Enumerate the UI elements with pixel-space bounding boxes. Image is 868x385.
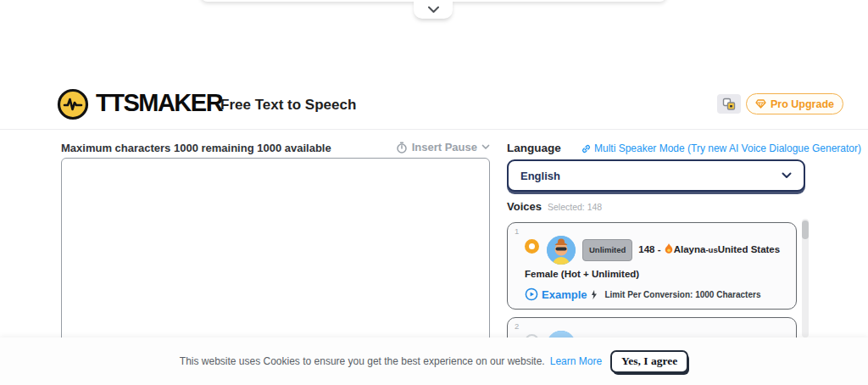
timer-icon xyxy=(396,142,408,153)
cookie-message: This website uses Cookies to ensure you … xyxy=(180,355,545,367)
voices-selected-count: Selected: 148 xyxy=(548,202,602,212)
play-circle-icon xyxy=(525,287,538,301)
panel-toggle-button[interactable] xyxy=(414,0,453,19)
example-label: Example xyxy=(542,288,587,301)
link-icon xyxy=(581,144,591,153)
voices-scrollbar-thumb[interactable] xyxy=(802,220,809,239)
translate-icon xyxy=(722,98,736,110)
chevron-down-icon xyxy=(427,6,440,14)
flame-icon xyxy=(665,245,673,255)
limit-icon xyxy=(591,290,598,299)
insert-pause-dropdown[interactable]: Insert Pause xyxy=(396,141,490,153)
voice-avatar xyxy=(547,236,576,265)
ttsmaker-page: TTSMAKER Free Text to Speech Pro Upgrade… xyxy=(0,0,868,385)
gem-icon xyxy=(755,99,766,109)
chevron-down-icon xyxy=(481,144,490,150)
voice-card-body: Unlimited148 - Alayna-usUnited States Fe… xyxy=(508,223,796,283)
voices-label: Voices xyxy=(507,200,542,213)
voice-card-index: 2 xyxy=(515,321,519,331)
unlimited-badge: Unlimited xyxy=(582,239,632,261)
cookie-banner: This website uses Cookies to ensure you … xyxy=(0,338,868,385)
multi-speaker-mode-link[interactable]: Multi Speaker Mode (Try new AI Voice Dia… xyxy=(581,142,861,154)
chevron-down-icon xyxy=(782,172,792,179)
brand-title: TTSMAKER xyxy=(96,89,222,117)
voices-scrollbar-track[interactable] xyxy=(802,219,809,338)
insert-pause-label: Insert Pause xyxy=(412,141,477,153)
limit-per-conversion-text: Limit Per Conversion: 1000 Characters xyxy=(604,290,760,299)
learn-more-link[interactable]: Learn More xyxy=(550,355,602,367)
example-play-link[interactable]: Example xyxy=(525,287,587,301)
header-divider xyxy=(0,129,868,130)
voices-header: Voices Selected: 148 xyxy=(507,200,602,213)
voice-card-index: 1 xyxy=(515,226,519,236)
voice-locale: -us xyxy=(705,245,717,254)
voice-number: 148 - xyxy=(638,244,660,254)
cookie-agree-button[interactable]: Yes, I agree xyxy=(610,350,688,373)
voice-card-1[interactable]: 1 Unlimited148 - Alayna-usUnited States … xyxy=(507,222,797,310)
language-selected-value: English xyxy=(520,170,560,182)
voice-name: Alayna xyxy=(674,244,706,254)
voice-radio-selected[interactable] xyxy=(525,239,539,254)
voice-card-footer: Example Limit Per Conversion: 1000 Chara… xyxy=(508,283,796,301)
pro-upgrade-button[interactable]: Pro Upgrade xyxy=(746,93,843,114)
text-input[interactable] xyxy=(61,158,490,356)
language-label: Language xyxy=(507,142,561,154)
pro-upgrade-label: Pro Upgrade xyxy=(771,98,834,110)
character-limit-info: Maximum characters 1000 remaining 1000 a… xyxy=(61,142,331,154)
language-select[interactable]: English xyxy=(507,159,805,192)
ttsmaker-logo-icon[interactable] xyxy=(56,87,90,121)
multi-speaker-mode-label: Multi Speaker Mode (Try new AI Voice Dia… xyxy=(594,142,861,154)
translate-button[interactable] xyxy=(717,94,741,114)
page-title: Free Text to Speech xyxy=(220,97,356,114)
